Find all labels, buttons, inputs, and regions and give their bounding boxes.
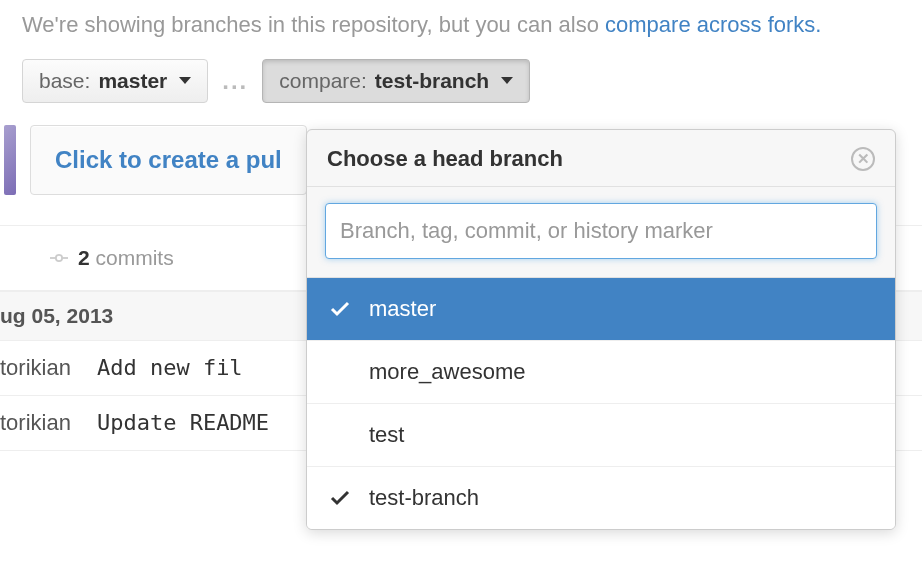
base-label: base: bbox=[39, 69, 90, 93]
range-separator: ... bbox=[222, 67, 248, 95]
branch-item-test-branch[interactable]: test-branch bbox=[307, 467, 895, 529]
commit-count: 2 bbox=[78, 246, 90, 269]
branch-list: master more_awesome test test-branch bbox=[307, 278, 895, 529]
commit-author: torikian bbox=[0, 410, 71, 436]
branch-search-wrap bbox=[307, 187, 895, 278]
commit-message: Add new fil bbox=[97, 355, 243, 380]
branch-selector-row: base: master ... compare: test-branch bbox=[0, 41, 922, 125]
compare-value: test-branch bbox=[375, 69, 489, 93]
compare-label: compare: bbox=[279, 69, 367, 93]
popover-title: Choose a head branch bbox=[327, 146, 563, 172]
branch-item-more-awesome[interactable]: more_awesome bbox=[307, 341, 895, 404]
branch-item-label: test-branch bbox=[369, 485, 479, 511]
svg-point-0 bbox=[56, 255, 62, 261]
commit-count-label: commits bbox=[96, 246, 174, 269]
caret-down-icon bbox=[179, 77, 191, 84]
branch-item-label: master bbox=[369, 296, 436, 322]
caret-down-icon bbox=[501, 77, 513, 84]
info-banner: We're showing branches in this repositor… bbox=[0, 0, 922, 41]
create-pull-request-button[interactable]: Click to create a pul bbox=[30, 125, 307, 195]
check-icon bbox=[329, 490, 351, 506]
branch-item-label: test bbox=[369, 422, 404, 448]
compare-forks-link[interactable]: compare across forks. bbox=[605, 12, 821, 37]
branch-select-popover: Choose a head branch ✕ master more_aweso… bbox=[306, 129, 896, 530]
avatar bbox=[4, 125, 16, 195]
commit-icon bbox=[50, 249, 68, 267]
base-branch-button[interactable]: base: master bbox=[22, 59, 208, 103]
banner-text: We're showing branches in this repositor… bbox=[22, 12, 605, 37]
branch-search-input[interactable] bbox=[325, 203, 877, 259]
branch-item-label: more_awesome bbox=[369, 359, 526, 385]
close-icon[interactable]: ✕ bbox=[851, 147, 875, 171]
branch-item-test[interactable]: test bbox=[307, 404, 895, 467]
commit-author: torikian bbox=[0, 355, 71, 381]
base-value: master bbox=[98, 69, 167, 93]
commit-message: Update README bbox=[97, 410, 269, 435]
compare-branch-button[interactable]: compare: test-branch bbox=[262, 59, 530, 103]
check-icon bbox=[329, 301, 351, 317]
branch-item-master[interactable]: master bbox=[307, 278, 895, 341]
popover-header: Choose a head branch ✕ bbox=[307, 130, 895, 187]
